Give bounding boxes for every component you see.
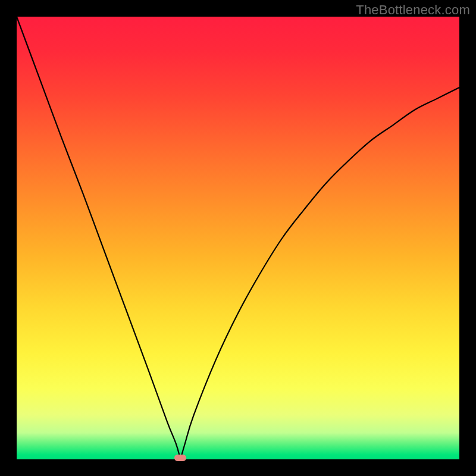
- optimal-marker: [174, 455, 186, 461]
- bottleneck-curve: [17, 17, 459, 459]
- chart-frame: TheBottleneck.com: [0, 0, 476, 476]
- plot-area: [17, 17, 459, 459]
- watermark-text: TheBottleneck.com: [356, 2, 470, 18]
